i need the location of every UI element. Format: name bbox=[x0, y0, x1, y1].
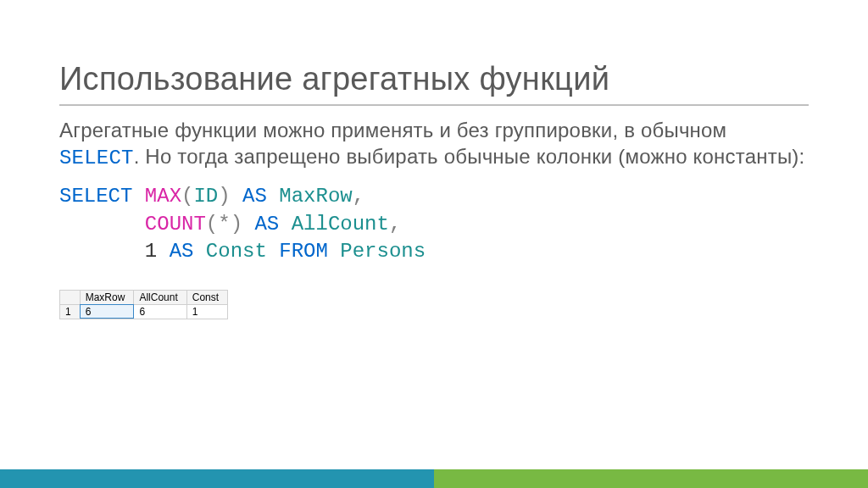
kw-as-3: AS bbox=[170, 240, 194, 263]
kw-as-2: AS bbox=[254, 213, 279, 236]
literal-1: 1 bbox=[145, 240, 157, 263]
footer-teal bbox=[0, 469, 434, 488]
corner-cell bbox=[60, 290, 81, 304]
lp2: ( bbox=[206, 213, 218, 236]
star: * bbox=[218, 213, 230, 236]
table-header-row: MaxRow AllCount Const bbox=[60, 290, 228, 304]
body-text-1: Агрегатные функции можно применять и без… bbox=[59, 119, 726, 141]
body-text-2: . Но тогда запрещено выбирать обычные ко… bbox=[134, 145, 805, 168]
cell-allcount: 6 bbox=[134, 304, 186, 319]
footer-bar bbox=[0, 469, 868, 488]
rp2: ) bbox=[231, 213, 242, 236]
c1: , bbox=[353, 185, 364, 208]
maxrow: MaxRow bbox=[279, 185, 352, 208]
kw-select: SELECT bbox=[59, 185, 132, 208]
allcount: AllCount bbox=[292, 213, 389, 236]
cell-const: 1 bbox=[186, 304, 227, 319]
persons: Persons bbox=[340, 240, 426, 263]
rp1: ) bbox=[218, 185, 230, 208]
kw-count: COUNT bbox=[145, 213, 206, 236]
table-row: 1 6 6 1 bbox=[60, 304, 228, 319]
cell-maxrow: 6 bbox=[80, 304, 134, 319]
const: Const bbox=[206, 240, 267, 263]
col-allcount: AllCount bbox=[134, 290, 186, 304]
kw-from: FROM bbox=[279, 240, 328, 263]
col-maxrow: MaxRow bbox=[80, 290, 134, 304]
sql-code-block: SELECT MAX(ID) AS MaxRow, COUNT(*) AS Al… bbox=[59, 183, 809, 265]
row-num: 1 bbox=[60, 304, 81, 319]
slide-title: Использование агрегатных функций bbox=[59, 61, 809, 97]
kw-max: MAX bbox=[145, 185, 181, 208]
id: ID bbox=[193, 185, 218, 208]
body-paragraph: Агрегатные функции можно применять и без… bbox=[59, 118, 809, 171]
title-divider bbox=[59, 104, 809, 106]
footer-green bbox=[434, 469, 868, 488]
c2: , bbox=[389, 213, 401, 236]
lp1: ( bbox=[181, 185, 193, 208]
kw-as-1: AS bbox=[242, 185, 267, 208]
col-const: Const bbox=[186, 290, 227, 304]
result-table: MaxRow AllCount Const 1 6 6 1 bbox=[59, 290, 228, 319]
inline-select-keyword: SELECT bbox=[59, 147, 134, 169]
